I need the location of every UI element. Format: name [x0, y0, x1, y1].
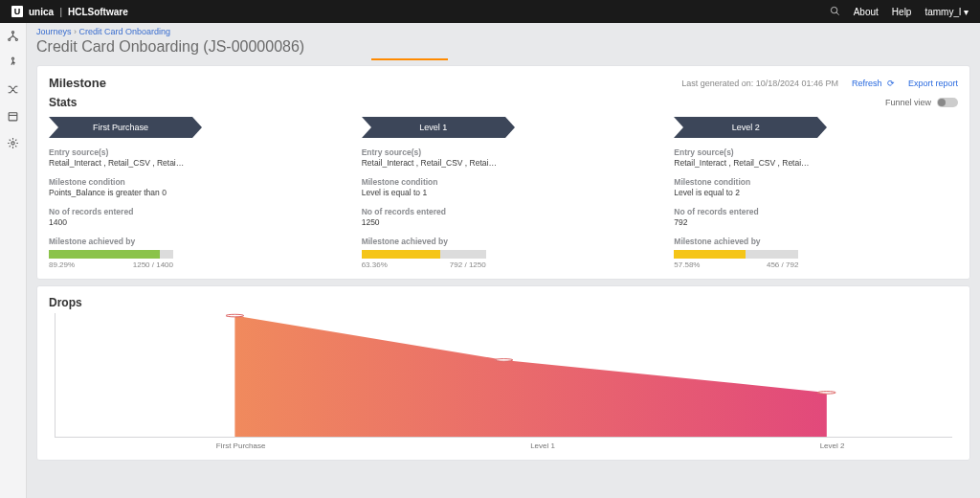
toggle-switch-icon[interactable]	[937, 98, 958, 107]
drops-x-axis: First PurchaseLevel 1Level 2	[55, 441, 952, 450]
nav-icon-calendar[interactable]	[7, 109, 20, 123]
funnel-view-label: Funnel view	[885, 98, 931, 107]
funnel-view-toggle[interactable]: Funnel view	[885, 98, 958, 107]
drops-x-label: First Purchase	[216, 441, 266, 450]
topbar-about-link[interactable]: About	[854, 7, 879, 17]
records-value: 1250	[362, 217, 646, 227]
page-title: Credit Card Onboarding (JS-00000086)	[27, 36, 980, 59]
svg-point-5	[11, 57, 13, 59]
achieved-label: Milestone achieved by	[674, 237, 958, 246]
refresh-icon: ⟳	[887, 79, 895, 88]
nav-icon-shuffle[interactable]	[7, 82, 20, 96]
svg-point-11	[495, 359, 513, 362]
condition-label: Milestone condition	[362, 177, 646, 187]
svg-rect-6	[9, 112, 17, 120]
brand-primary: unica	[29, 7, 54, 17]
drops-card: Drops First PurchaseLevel 1Level 2	[36, 285, 970, 461]
achieved-label: Milestone achieved by	[49, 237, 333, 246]
records-label: No of records entered	[362, 207, 646, 216]
breadcrumb-current[interactable]: Credit Card Onboarding	[79, 27, 171, 36]
stat-column: Level 2Entry source(s)Retail_Interact , …	[674, 117, 958, 269]
drops-chart	[55, 313, 952, 438]
milestone-section-title: Milestone	[49, 76, 106, 90]
breadcrumb-root[interactable]: Journeys	[36, 27, 72, 36]
stat-column: First PurchaseEntry source(s)Retail_Inte…	[49, 117, 333, 269]
brand-divider: |	[59, 7, 62, 17]
svg-line-1	[836, 11, 839, 14]
main-content: Journeys › Credit Card Onboarding Credit…	[27, 23, 980, 498]
brand-logo-icon: U	[11, 6, 23, 17]
svg-point-3	[9, 38, 11, 40]
svg-point-4	[15, 38, 17, 40]
entry-source-label: Entry source(s)	[362, 147, 646, 157]
drops-x-label: Level 1	[530, 441, 555, 450]
drops-title: Drops	[49, 296, 958, 309]
records-label: No of records entered	[674, 207, 958, 216]
records-value: 1400	[49, 217, 333, 227]
svg-point-2	[11, 31, 13, 33]
condition-value: Points_Balance is greater than 0	[49, 188, 333, 197]
stats-title: Stats	[49, 96, 77, 109]
entry-source-value: Retail_Interact , Retail_CSV , Retai…	[674, 158, 958, 168]
topbar-user-menu[interactable]: tammy_l ▾	[924, 7, 969, 17]
nav-icon-run[interactable]	[7, 56, 20, 69]
condition-value: Level is equal to 2	[674, 188, 958, 197]
condition-value: Level is equal to 1	[362, 188, 646, 197]
svg-point-12	[817, 392, 835, 395]
svg-point-10	[226, 314, 244, 317]
records-value: 792	[674, 217, 958, 227]
nav-icon-sitemap[interactable]	[7, 29, 20, 42]
export-report-button[interactable]: Export report	[908, 79, 958, 88]
entry-source-label: Entry source(s)	[674, 147, 958, 157]
topbar-help-link[interactable]: Help	[892, 7, 912, 17]
last-generated-text: Last generated on: 10/18/2024 01:46 PM	[681, 79, 838, 88]
entry-source-value: Retail_Interact , Retail_CSV , Retai…	[362, 158, 646, 168]
svg-marker-9	[234, 316, 826, 437]
progress-percent: 89.29%	[49, 260, 75, 269]
progress-bar: 89.29%1250 / 1400	[49, 250, 333, 269]
progress-percent: 63.36%	[362, 260, 388, 269]
brand-secondary: HCLSoftware	[68, 7, 128, 17]
progress-percent: 57.58%	[674, 260, 700, 269]
breadcrumb: Journeys › Credit Card Onboarding	[27, 23, 980, 36]
brand-block: U unica | HCLSoftware	[11, 6, 128, 17]
progress-bar: 63.36%792 / 1250	[362, 250, 646, 269]
left-nav	[0, 23, 27, 498]
milestone-flag: Level 2	[674, 117, 817, 138]
entry-source-label: Entry source(s)	[49, 147, 333, 157]
svg-point-0	[831, 7, 836, 12]
milestone-flag: First Purchase	[49, 117, 192, 138]
milestone-flag: Level 1	[362, 117, 505, 138]
svg-point-8	[11, 141, 14, 144]
stat-column: Level 1Entry source(s)Retail_Interact , …	[362, 117, 646, 269]
search-icon[interactable]	[830, 6, 840, 18]
achieved-label: Milestone achieved by	[362, 237, 646, 246]
progress-ratio: 1250 / 1400	[133, 260, 173, 269]
milestone-card: Milestone Last generated on: 10/18/2024 …	[36, 65, 970, 280]
progress-ratio: 456 / 792	[767, 260, 798, 269]
condition-label: Milestone condition	[49, 177, 333, 187]
entry-source-value: Retail_Interact , Retail_CSV , Retai…	[49, 158, 333, 168]
progress-ratio: 792 / 1250	[450, 260, 486, 269]
condition-label: Milestone condition	[674, 177, 958, 187]
global-topbar: U unica | HCLSoftware About Help tammy_l…	[0, 0, 980, 23]
progress-bar: 57.58%456 / 792	[674, 250, 958, 269]
drops-x-label: Level 2	[820, 441, 845, 450]
nav-icon-settings[interactable]	[7, 136, 20, 149]
topbar-right: About Help tammy_l ▾	[830, 6, 969, 18]
refresh-button[interactable]: Refresh ⟳	[852, 79, 895, 88]
records-label: No of records entered	[49, 207, 333, 216]
